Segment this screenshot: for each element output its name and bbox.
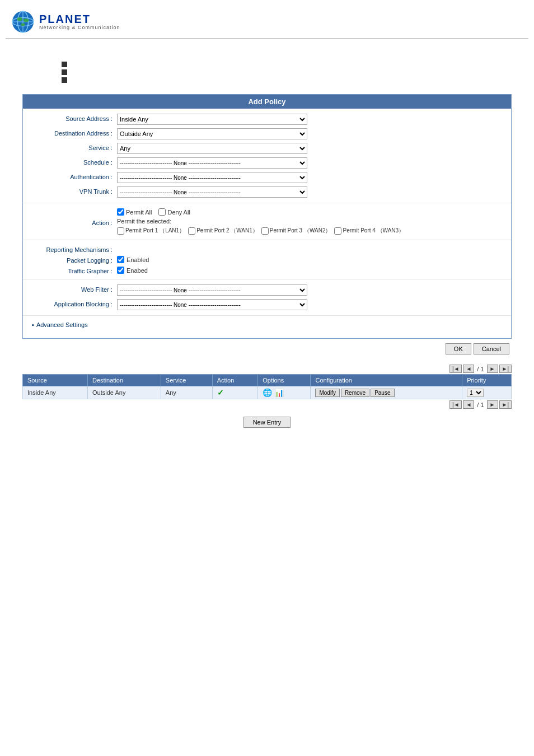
bullet-item-1 xyxy=(62,62,67,67)
port2-text: Permit Port 2 （WAN1） xyxy=(196,227,258,235)
table-header-row: Source Destination Service Action Option… xyxy=(23,375,512,386)
options-icons: 🌐 📊 xyxy=(263,388,306,397)
application-blocking-row: Application Blocking : -----------------… xyxy=(23,297,511,312)
logo-planet-label: PLANET xyxy=(39,13,120,25)
schedule-select[interactable]: ---------------------------- None ------… xyxy=(117,157,307,169)
col-source: Source xyxy=(23,375,88,386)
form-divider-1 xyxy=(23,203,511,203)
pause-button[interactable]: Pause xyxy=(371,389,394,397)
action-main-row: Action : Permit the selected: Permit Por… xyxy=(27,218,507,235)
modify-button[interactable]: Modify xyxy=(315,389,339,397)
permit-selected-label: Permit the selected: xyxy=(117,218,404,225)
reporting-mechanisms-row: Reporting Mechanisms : xyxy=(23,244,511,254)
logo-globe-icon xyxy=(11,10,35,34)
service-control: Any HTTP HTTPS xyxy=(117,143,507,154)
policy-table: Source Destination Service Action Option… xyxy=(22,374,512,399)
last-page-btn-bottom[interactable]: ►| xyxy=(499,400,512,409)
source-address-label: Source Address : xyxy=(27,114,117,122)
destination-address-select[interactable]: Inside Any Outside Any Any xyxy=(117,128,307,139)
priority-select[interactable]: 1 2 3 xyxy=(467,389,484,397)
cell-source: Inside Any xyxy=(23,386,88,399)
options-globe-icon[interactable]: 🌐 xyxy=(263,388,272,397)
action-section: Permit All Deny All Action : Permit the … xyxy=(23,207,511,236)
deny-all-label[interactable]: Deny All xyxy=(158,208,190,216)
port4-label[interactable]: Permit Port 4 （WAN3） xyxy=(334,227,404,235)
port3-checkbox[interactable] xyxy=(261,227,269,235)
port2-checkbox[interactable] xyxy=(188,227,195,235)
destination-address-row: Destination Address : Inside Any Outside… xyxy=(23,127,511,141)
btn-row: OK Cancel xyxy=(17,339,517,359)
cell-service: Any xyxy=(161,386,212,399)
config-buttons: Modify Remove Pause xyxy=(315,389,457,397)
port1-label[interactable]: Permit Port 1 （LAN1） xyxy=(117,227,185,235)
vpn-trunk-select[interactable]: ---------------------------- None ------… xyxy=(117,186,307,198)
traffic-grapher-label: Traffic Grapher : xyxy=(27,266,117,274)
cell-configuration: Modify Remove Pause xyxy=(311,386,462,399)
new-entry-row: New Entry xyxy=(17,417,517,428)
col-configuration: Configuration xyxy=(311,375,462,386)
bullet-item-2 xyxy=(62,69,67,75)
cancel-button[interactable]: Cancel xyxy=(474,343,509,354)
col-action: Action xyxy=(212,375,257,386)
first-page-btn-bottom[interactable]: |◄ xyxy=(449,400,462,409)
port4-checkbox[interactable] xyxy=(334,227,341,235)
permit-all-label[interactable]: Permit All xyxy=(117,208,152,216)
service-row: Service : Any HTTP HTTPS xyxy=(23,141,511,156)
port2-label[interactable]: Permit Port 2 （WAN1） xyxy=(188,227,258,235)
cell-destination: Outside Any xyxy=(88,386,161,399)
traffic-grapher-checkbox[interactable] xyxy=(117,267,124,274)
first-page-btn[interactable]: |◄ xyxy=(449,365,462,373)
port1-checkbox[interactable] xyxy=(117,227,124,235)
logo-text: PLANET Networking & Communication xyxy=(39,13,120,31)
application-blocking-control: ---------------------------- None ------… xyxy=(117,299,507,310)
col-service: Service xyxy=(161,375,212,386)
deny-all-text: Deny All xyxy=(167,209,190,216)
pagination-bottom: |◄ ◄ / 1 ► ►| xyxy=(22,400,512,409)
service-label: Service : xyxy=(27,143,117,151)
ok-button[interactable]: OK xyxy=(446,343,471,354)
remove-button[interactable]: Remove xyxy=(341,389,369,397)
logo-sub-label: Networking & Communication xyxy=(39,25,120,31)
web-filter-select[interactable]: ---------------------------- None ------… xyxy=(117,284,307,296)
table-section: |◄ ◄ / 1 ► ►| Source Destination Service… xyxy=(22,365,512,409)
prev-page-btn[interactable]: ◄ xyxy=(463,365,474,373)
table-body: Inside Any Outside Any Any ✓ 🌐 📊 xyxy=(23,386,512,399)
schedule-label: Schedule : xyxy=(27,157,117,166)
source-address-row: Source Address : Inside Any Outside Any … xyxy=(23,112,511,127)
cell-action: ✓ xyxy=(212,386,257,399)
action-check-icon: ✓ xyxy=(217,388,224,397)
port3-label[interactable]: Permit Port 3 （WAN2） xyxy=(261,227,331,235)
new-entry-button[interactable]: New Entry xyxy=(243,417,291,428)
permit-all-checkbox[interactable] xyxy=(117,208,124,216)
authentication-row: Authentication : -----------------------… xyxy=(23,170,511,185)
vpn-trunk-row: VPN Trunk : ----------------------------… xyxy=(23,185,511,199)
advanced-settings-link[interactable]: Advanced Settings xyxy=(36,321,88,328)
authentication-select[interactable]: ---------------------------- None ------… xyxy=(117,172,307,183)
logo-area: PLANET Networking & Communication xyxy=(11,10,120,34)
service-select[interactable]: Any HTTP HTTPS xyxy=(117,143,307,154)
port1-text: Permit Port 1 （LAN1） xyxy=(125,227,185,235)
page-display-bottom: / 1 xyxy=(475,402,485,408)
prev-page-btn-bottom[interactable]: ◄ xyxy=(463,400,474,409)
svg-point-7 xyxy=(21,23,25,26)
form-body: Source Address : Inside Any Outside Any … xyxy=(23,109,511,338)
next-page-btn[interactable]: ► xyxy=(487,365,498,373)
packet-logging-checkbox[interactable] xyxy=(117,256,124,263)
source-address-select[interactable]: Inside Any Outside Any Any xyxy=(117,114,307,125)
table-row: Inside Any Outside Any Any ✓ 🌐 📊 xyxy=(23,386,512,399)
content-area: Add Policy Source Address : Inside Any O… xyxy=(6,45,528,433)
vpn-trunk-control: ---------------------------- None ------… xyxy=(117,186,507,198)
table-header: Source Destination Service Action Option… xyxy=(23,375,512,386)
application-blocking-label: Application Blocking : xyxy=(27,299,117,307)
permit-ports-row: Permit Port 1 （LAN1） Permit Port 2 （WAN1… xyxy=(117,227,404,235)
last-page-btn[interactable]: ►| xyxy=(499,365,512,373)
deny-all-checkbox[interactable] xyxy=(158,208,166,216)
options-chart-icon[interactable]: 📊 xyxy=(274,388,284,397)
web-filter-control: ---------------------------- None ------… xyxy=(117,284,507,296)
form-title: Add Policy xyxy=(23,95,511,109)
application-blocking-select[interactable]: ---------------------------- None ------… xyxy=(117,299,307,310)
web-filter-row: Web Filter : ---------------------------… xyxy=(23,283,511,297)
cell-priority: 1 2 3 xyxy=(462,386,512,399)
next-page-btn-bottom[interactable]: ► xyxy=(487,400,498,409)
cell-options: 🌐 📊 xyxy=(258,386,311,399)
